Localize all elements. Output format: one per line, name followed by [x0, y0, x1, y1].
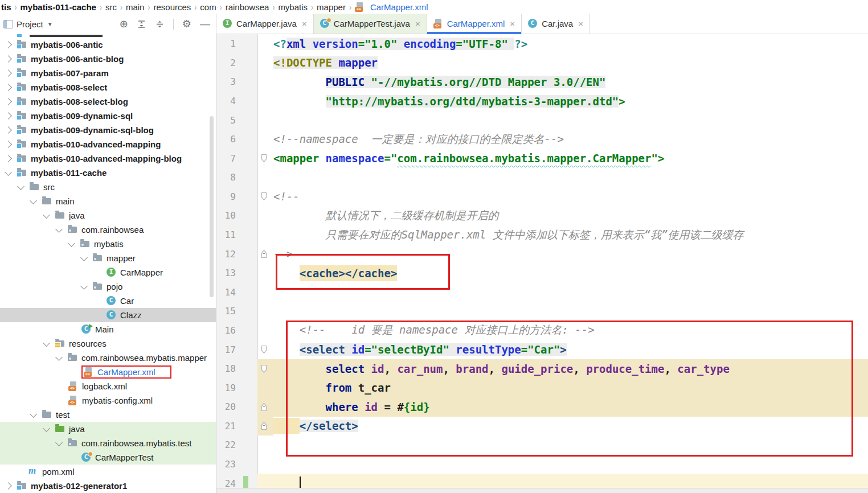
fold-end-icon[interactable] — [257, 397, 273, 417]
tree-chevron[interactable] — [5, 56, 17, 61]
tree-chevron[interactable] — [5, 113, 17, 118]
code-token: select — [326, 363, 371, 375]
chevron-down-icon — [30, 410, 37, 418]
fold-start-icon[interactable] — [257, 340, 273, 359]
close-icon[interactable]: × — [578, 19, 583, 28]
expand-all-icon[interactable] — [137, 19, 146, 29]
breadcrumb-item[interactable]: mapper — [316, 2, 347, 12]
code-editor[interactable]: 1<?xml version="1.0" encoding="UTF-8" ?>… — [216, 34, 868, 493]
code-token: ="UTF-8" — [456, 38, 508, 50]
tree-chevron[interactable] — [30, 200, 42, 203]
tree-item-main[interactable]: CMain — [0, 322, 216, 336]
tree-chevron[interactable] — [5, 156, 17, 161]
collapse-all-icon[interactable] — [155, 19, 165, 29]
breadcrumb-item[interactable]: com — [199, 2, 217, 12]
tree-chevron[interactable] — [43, 428, 55, 431]
tree-item-mybatis-012-generator1[interactable]: mybatis-012-generator1 — [0, 479, 216, 493]
chevron-down-icon[interactable]: ▼ — [47, 21, 53, 27]
tree-chevron[interactable] — [5, 99, 17, 104]
tree-chevron[interactable] — [80, 285, 93, 289]
horizontal-scrollbar[interactable] — [216, 488, 868, 493]
code-line: 4 "http://mybatis.org/dtd/mybatis-3-mapp… — [216, 92, 868, 111]
fold-end-icon[interactable] — [257, 417, 273, 436]
tree-chevron[interactable] — [5, 85, 17, 90]
close-icon[interactable]: × — [302, 19, 307, 28]
tree-item-mybatis-006-antic[interactable]: mybatis-006-antic — [0, 38, 216, 52]
tree-item-logback-xml[interactable]: <>logback.xml — [0, 379, 216, 393]
tree-item-mybatis-008-select[interactable]: mybatis-008-select — [0, 80, 216, 95]
tree-item-clazz[interactable]: CClazz — [0, 308, 216, 322]
tree-item-mybatis-010-advanced-mapping-blog[interactable]: mybatis-010-advanced-mapping-blog — [0, 151, 216, 166]
tree-item-carmapper[interactable]: ICarMapper — [0, 265, 216, 280]
tab-carmapper-xml[interactable]: <>CarMapper.xml× — [427, 14, 522, 34]
fold-start-icon[interactable] — [257, 187, 273, 207]
tree-chevron[interactable] — [5, 42, 17, 47]
breadcrumb-file[interactable]: <>CarMapper.xml — [354, 2, 428, 12]
breadcrumb-item[interactable]: mybatis-011-cache — [19, 2, 97, 12]
close-icon[interactable]: × — [510, 19, 515, 28]
tree-chevron[interactable] — [68, 243, 80, 246]
tree-item-main[interactable]: main — [0, 194, 216, 208]
breadcrumb-item[interactable]: resources — [152, 2, 192, 12]
tab-carmappertest-java[interactable]: CCarMapperTest.java× — [314, 14, 427, 34]
tab-car-java[interactable]: CCar.java× — [522, 14, 590, 34]
tree-scrollbar[interactable] — [210, 116, 214, 297]
module-folder-icon — [17, 481, 27, 491]
tree-item-car[interactable]: CCar — [0, 294, 216, 308]
tree-chevron[interactable] — [30, 413, 42, 417]
tree-item-label: mybatis-007-param — [30, 68, 109, 78]
tree-item-mybatis-007-param[interactable]: mybatis-007-param — [0, 66, 216, 80]
fold-start-icon[interactable] — [257, 359, 273, 379]
tree-item-pojo[interactable]: pojo — [0, 280, 216, 294]
close-icon[interactable]: × — [415, 19, 420, 28]
hide-panel-icon[interactable]: — — [200, 19, 210, 29]
tree-chevron[interactable] — [5, 71, 17, 76]
tree-chevron[interactable] — [55, 356, 68, 360]
tree-chevron[interactable] — [5, 171, 17, 175]
tree-item-mybatis-006-antic-blog[interactable]: mybatis-006-antic-blog — [0, 52, 216, 66]
tree-chevron[interactable] — [55, 228, 68, 232]
settings-gear-icon[interactable]: ⚙ — [182, 19, 191, 29]
tree-item-mybatis-010-advanced-mapping[interactable]: mybatis-010-advanced-mapping — [0, 137, 216, 151]
project-panel-title[interactable]: Project — [17, 19, 43, 29]
tree-item-resources[interactable]: resources — [0, 336, 216, 351]
fold-start-icon[interactable] — [257, 149, 273, 168]
code-token: , — [573, 363, 586, 375]
tree-chevron[interactable] — [43, 342, 55, 346]
tree-chevron[interactable] — [43, 214, 55, 217]
tree-item-carmappertest[interactable]: CCarMapperTest — [0, 450, 216, 465]
fold-end-icon[interactable] — [257, 244, 273, 264]
tree-chevron[interactable] — [80, 257, 93, 260]
tree-item-pom-xml[interactable]: mpom.xml — [0, 465, 216, 479]
tree-item-mybatis[interactable]: mybatis — [0, 237, 216, 251]
breadcrumb-item[interactable]: rainbowsea — [224, 2, 271, 12]
tree-item-mybatis-009-dynamic-sql-blog[interactable]: mybatis-009-dynamic-sql-blog — [0, 123, 216, 137]
tab-carmapper-java[interactable]: ICarMapper.java× — [216, 14, 314, 34]
tree-chevron[interactable] — [5, 128, 17, 133]
tree-item-src[interactable]: src — [0, 180, 216, 194]
tree-chevron[interactable] — [55, 442, 68, 445]
tree-item-java[interactable]: java — [0, 208, 216, 223]
tree-item-mybatis-009-dynamic-sql[interactable]: mybatis-009-dynamic-sql — [0, 109, 216, 123]
breadcrumb-item[interactable]: mybatis — [277, 2, 309, 12]
tree-item-com-rainbowsea[interactable]: com.rainbowsea — [0, 223, 216, 237]
breadcrumb-item[interactable]: src — [104, 2, 118, 12]
tree-item-mybatis-008-select-blog[interactable]: mybatis-008-select-blog — [0, 95, 216, 109]
folder-icon — [55, 211, 65, 220]
tree-item-mybatis-config-xml[interactable]: <>mybatis-config.xml — [0, 393, 216, 408]
select-opened-file-icon[interactable]: ⊕ — [120, 19, 128, 29]
breadcrumb-item[interactable]: tis — [0, 2, 13, 12]
tree-item-mybatis-011-cache[interactable]: mybatis-011-cache — [0, 166, 216, 180]
tree-chevron[interactable] — [17, 186, 30, 189]
tree-item-test[interactable]: test — [0, 408, 216, 422]
tree-item-mapper[interactable]: mapper — [0, 251, 216, 265]
tree-item-java[interactable]: java — [0, 422, 216, 436]
tree-item-com-rainbowsea-mybatis-test[interactable]: com.rainbowsea.mybatis.test — [0, 436, 216, 450]
tree-chevron[interactable] — [5, 142, 17, 147]
code-token: mapper — [338, 56, 378, 69]
xml-file-icon: <> — [84, 367, 94, 377]
tree-chevron[interactable] — [5, 483, 17, 488]
tree-item-carmapper-xml[interactable]: <>CarMapper.xml — [0, 365, 216, 379]
tree-item-com-rainbowsea-mybatis-mapper[interactable]: com.rainbowsea.mybatis.mapper — [0, 351, 216, 365]
breadcrumb-item[interactable]: main — [125, 2, 146, 12]
